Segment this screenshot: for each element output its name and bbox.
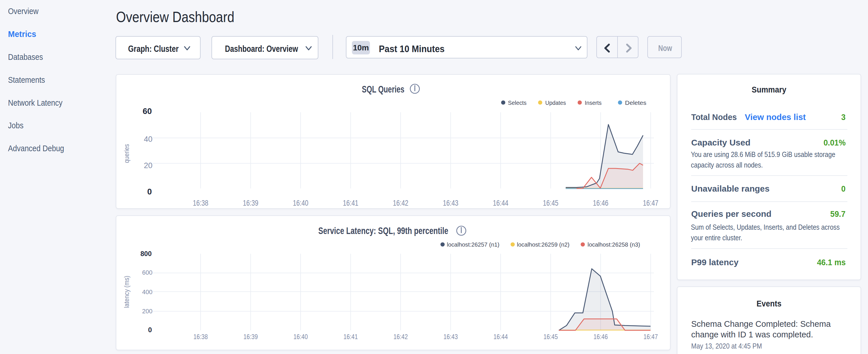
svg-text:200: 200 xyxy=(142,308,152,315)
svg-text:16:41: 16:41 xyxy=(344,333,358,341)
svg-text:queries: queries xyxy=(123,144,130,163)
svg-text:40: 40 xyxy=(144,135,152,143)
svg-text:16:45: 16:45 xyxy=(544,333,558,341)
svg-text:0: 0 xyxy=(147,187,152,196)
svg-text:Selects: Selects xyxy=(508,99,527,106)
svg-text:16:46: 16:46 xyxy=(593,199,608,207)
svg-text:localhost:26257 (n1): localhost:26257 (n1) xyxy=(447,241,499,248)
svg-text:SQL Queries: SQL Queries xyxy=(362,84,404,95)
svg-text:16:43: 16:43 xyxy=(443,333,458,341)
svg-text:60: 60 xyxy=(143,106,152,116)
svg-text:Updates: Updates xyxy=(545,99,566,106)
svg-text:16:42: 16:42 xyxy=(394,333,408,341)
svg-text:localhost:26259 (n2): localhost:26259 (n2) xyxy=(517,241,570,248)
svg-text:20: 20 xyxy=(144,161,152,170)
svg-text:Service Latency: SQL, 99th per: Service Latency: SQL, 99th percentile xyxy=(318,225,448,236)
svg-text:16:40: 16:40 xyxy=(293,333,308,341)
svg-text:16:46: 16:46 xyxy=(593,333,608,341)
svg-text:16:43: 16:43 xyxy=(443,199,459,207)
svg-text:600: 600 xyxy=(142,269,152,276)
svg-text:16:39: 16:39 xyxy=(244,333,258,341)
svg-text:16:39: 16:39 xyxy=(243,199,258,207)
svg-text:16:47: 16:47 xyxy=(643,199,658,207)
svg-text:16:45: 16:45 xyxy=(543,199,559,207)
svg-text:800: 800 xyxy=(141,250,152,257)
svg-text:0: 0 xyxy=(148,326,152,334)
svg-text:16:44: 16:44 xyxy=(493,333,508,341)
svg-text:16:40: 16:40 xyxy=(293,199,308,207)
svg-text:16:42: 16:42 xyxy=(393,199,408,207)
svg-text:16:38: 16:38 xyxy=(193,199,208,207)
svg-text:Deletes: Deletes xyxy=(625,99,647,106)
svg-text:16:38: 16:38 xyxy=(193,333,208,341)
svg-text:400: 400 xyxy=(142,288,152,296)
svg-text:16:41: 16:41 xyxy=(343,199,359,207)
svg-text:16:47: 16:47 xyxy=(644,333,658,341)
svg-text:latency (ms): latency (ms) xyxy=(123,276,130,308)
svg-text:16:44: 16:44 xyxy=(493,199,508,207)
svg-text:Inserts: Inserts xyxy=(585,99,602,106)
svg-text:localhost:26258 (n3): localhost:26258 (n3) xyxy=(587,241,640,248)
